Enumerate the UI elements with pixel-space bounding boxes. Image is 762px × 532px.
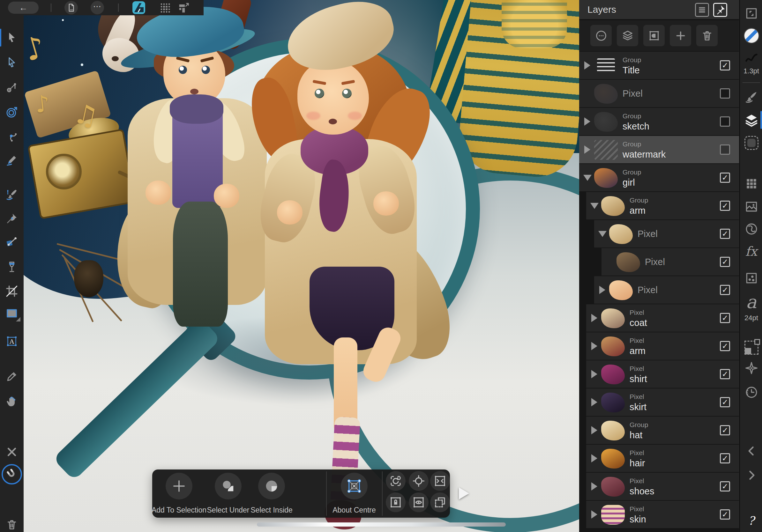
layer-visibility-checkbox[interactable]: ✓ [720, 257, 730, 267]
images-studio-icon[interactable] [740, 198, 762, 215]
pencil-tool[interactable] [5, 153, 19, 167]
layer-visibility-checkbox[interactable]: ✓ [720, 285, 730, 295]
expand-arrow-icon[interactable] [591, 426, 597, 434]
layer-visibility-checkbox[interactable]: ✓ [720, 229, 730, 239]
layer-visibility-checkbox[interactable] [720, 145, 730, 155]
transparency-tool[interactable] [5, 260, 19, 274]
document-button[interactable] [64, 1, 78, 14]
layer-row-shirt[interactable]: Pixelshirt✓ [586, 361, 739, 388]
move-tool[interactable] [5, 31, 19, 45]
colour-studio-icon[interactable] [740, 27, 762, 45]
crop-tool[interactable] [5, 284, 19, 298]
layer-row-watermark[interactable]: Groupwatermark [579, 136, 739, 164]
snapping-button[interactable] [5, 467, 19, 481]
lock-selection-button[interactable] [386, 493, 406, 512]
expand-arrow-icon[interactable] [591, 314, 597, 322]
layer-row-hair[interactable]: Pixelhair✓ [586, 445, 739, 473]
layer-visibility-checkbox[interactable]: ✓ [720, 172, 730, 183]
text-tool[interactable]: A [5, 334, 19, 348]
layer-visibility-checkbox[interactable]: ✓ [720, 397, 730, 407]
blend-button[interactable] [617, 25, 638, 46]
align-middle-button[interactable] [430, 471, 450, 491]
pixel-grid-button[interactable] [159, 2, 171, 13]
vector-brush-tool[interactable] [5, 187, 19, 202]
layer-row[interactable]: Pixel✓ [594, 220, 739, 248]
selection-studio-icon[interactable] [740, 134, 762, 152]
layer-row-skirt[interactable]: Pixelskirt✓ [586, 388, 739, 417]
select-under-button[interactable] [215, 473, 242, 499]
layer-visibility-checkbox[interactable]: ✓ [720, 341, 730, 351]
layer-visibility-checkbox[interactable] [720, 116, 730, 127]
plus-button[interactable] [166, 473, 192, 499]
layers-studio-icon[interactable] [740, 111, 762, 129]
back-button[interactable]: ← [8, 2, 38, 14]
layer-options-button[interactable] [695, 3, 709, 17]
target-button[interactable] [409, 471, 428, 491]
layer-visibility-checkbox[interactable]: ✓ [720, 481, 730, 492]
layer-row-girl[interactable]: Groupgirl✓ [579, 164, 739, 192]
pin-panel-button[interactable] [713, 3, 727, 17]
layer-row[interactable]: Pixel✓ [594, 276, 739, 304]
rotate-selection-button[interactable] [386, 471, 406, 491]
layer-row[interactable]: Pixel [579, 80, 739, 108]
expand-arrow-icon[interactable] [584, 61, 590, 70]
expand-arrow-icon[interactable] [591, 342, 597, 350]
stroke-studio-icon[interactable] [740, 50, 762, 66]
delete-button[interactable] [5, 518, 19, 532]
expand-arrow-icon[interactable] [591, 454, 597, 462]
expand-arrow-icon[interactable] [584, 117, 590, 126]
delete-layer-button[interactable] [696, 25, 718, 46]
assets-studio-icon[interactable] [740, 221, 762, 237]
layer-visibility-checkbox[interactable]: ✓ [720, 453, 730, 463]
layer-row-sketch[interactable]: Groupsketch [579, 108, 739, 136]
expand-arrow-icon[interactable] [584, 146, 590, 154]
help-button[interactable]: ? [740, 513, 762, 528]
options-button[interactable] [590, 25, 612, 46]
layout-export-button[interactable] [178, 2, 190, 13]
history-studio-icon[interactable] [740, 384, 762, 401]
expand-arrow-icon[interactable] [591, 398, 597, 406]
chevron-right-icon[interactable] [740, 467, 762, 484]
select-inside-button[interactable] [258, 473, 285, 499]
colour-picker-tool[interactable] [5, 370, 19, 384]
home-indicator[interactable] [257, 522, 506, 527]
chevron-left-icon[interactable] [740, 443, 762, 459]
swatches-studio-icon[interactable] [740, 175, 762, 192]
layer-row-Title[interactable]: GroupTitle✓ [579, 52, 739, 80]
adjustments-studio-icon[interactable] [740, 270, 762, 287]
transform-mode-button[interactable] [430, 493, 450, 512]
text-studio-icon[interactable]: a [740, 292, 762, 311]
expand-arrow-icon[interactable] [591, 482, 597, 491]
deselect-button[interactable] [5, 445, 19, 459]
layer-row-coat[interactable]: Pixelcoat✓ [586, 304, 739, 332]
corner-tool[interactable] [5, 129, 19, 144]
fill-tool[interactable] [5, 235, 19, 249]
layer-visibility-checkbox[interactable]: ✓ [720, 60, 730, 71]
effects-studio-icon[interactable]: fx [740, 243, 762, 260]
app-logo[interactable] [132, 1, 145, 14]
layer-visibility-checkbox[interactable] [720, 88, 730, 99]
layer-visibility-checkbox[interactable]: ✓ [720, 369, 730, 379]
transform-studio-icon[interactable] [740, 339, 762, 357]
point-transform-tool[interactable] [5, 80, 19, 95]
expand-arrow-icon[interactable] [591, 370, 597, 378]
layer-row-skin[interactable]: Pixelskin✓ [586, 501, 739, 529]
layer-row-arm[interactable]: Pixelarm✓ [586, 332, 739, 361]
layer-row-arm[interactable]: Grouparm✓ [586, 192, 739, 220]
node-tool[interactable] [5, 55, 19, 70]
view-tool[interactable] [5, 395, 19, 409]
pen-tool[interactable] [5, 212, 19, 226]
layer-visibility-checkbox[interactable]: ✓ [720, 425, 730, 435]
mask-button[interactable] [643, 25, 665, 46]
contour-tool[interactable] [5, 105, 19, 119]
show-selection-button[interactable] [409, 493, 428, 512]
expand-arrow-icon[interactable] [591, 510, 597, 519]
layer-visibility-checkbox[interactable]: ✓ [720, 201, 730, 211]
layer-row-shoes[interactable]: Pixelshoes✓ [586, 473, 739, 501]
layer-row[interactable]: Pixel✓ [601, 248, 739, 276]
more-button[interactable]: ⋯ [91, 1, 104, 14]
expand-arrow-icon[interactable] [599, 286, 605, 294]
navigator-studio-icon[interactable] [740, 359, 762, 377]
layer-row-hat[interactable]: Grouphat✓ [586, 417, 739, 445]
layer-visibility-checkbox[interactable]: ✓ [720, 313, 730, 323]
